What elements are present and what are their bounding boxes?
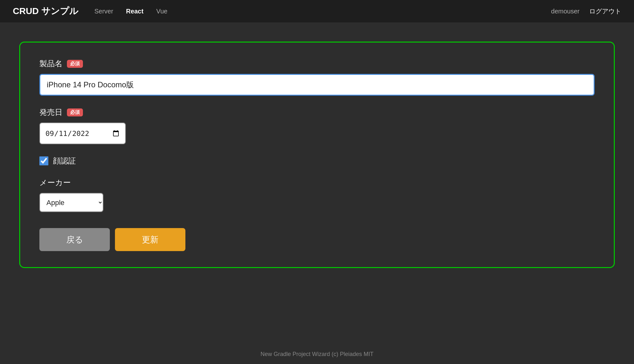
form-card: 製品名 必須 発売日 必須 顔認証 メーカー AppleSamsungGoogl… (19, 42, 615, 268)
navbar-link-vue[interactable]: Vue (156, 8, 167, 15)
product-name-label-row: 製品名 必須 (39, 59, 595, 69)
main-content: 製品名 必須 発売日 必須 顔認証 メーカー AppleSamsungGoogl… (0, 22, 634, 344)
face-auth-label: 顔認証 (53, 156, 76, 166)
navbar-brand: CRUD サンプル (13, 5, 78, 17)
maker-label: メーカー (39, 178, 71, 188)
product-name-label: 製品名 (39, 59, 62, 69)
navbar-link-react[interactable]: React (126, 8, 143, 15)
navbar-username: demouser (551, 8, 580, 15)
back-button[interactable]: 戻る (39, 228, 110, 251)
release-date-section: 発売日 必須 (39, 107, 595, 144)
maker-section: メーカー AppleSamsungGoogleSony (39, 178, 595, 212)
product-name-section: 製品名 必須 (39, 59, 595, 96)
navbar-right: demouser ログアウト (551, 7, 621, 16)
button-row: 戻る 更新 (39, 228, 595, 251)
release-date-required-badge: 必須 (67, 108, 83, 116)
release-date-label: 発売日 (39, 107, 62, 117)
maker-label-row: メーカー (39, 178, 595, 188)
product-name-input[interactable] (39, 74, 595, 96)
face-auth-row: 顔認証 (39, 156, 595, 166)
navbar-link-server[interactable]: Server (94, 8, 113, 15)
footer: New Gradle Project Wizard (c) Pleiades M… (0, 344, 634, 364)
navbar: CRUD サンプル Server React Vue demouser ログアウ… (0, 0, 634, 22)
navbar-links: Server React Vue (94, 8, 551, 15)
product-name-required-badge: 必須 (67, 60, 83, 68)
maker-select[interactable]: AppleSamsungGoogleSony (39, 193, 103, 212)
release-date-input[interactable] (39, 123, 126, 144)
footer-text: New Gradle Project Wizard (c) Pleiades M… (260, 351, 373, 357)
update-button[interactable]: 更新 (115, 228, 185, 251)
logout-button[interactable]: ログアウト (589, 7, 621, 16)
release-date-label-row: 発売日 必須 (39, 107, 595, 117)
face-auth-checkbox[interactable] (39, 156, 48, 165)
